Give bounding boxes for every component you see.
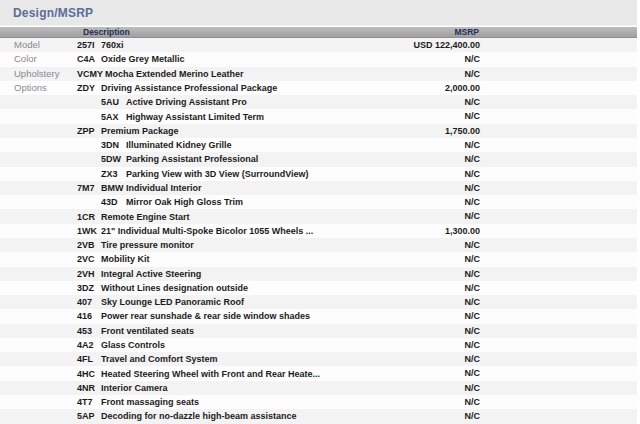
option-code: 416 <box>77 311 101 321</box>
table-row: ZX3Parking View with 3D View (SurroundVi… <box>0 167 637 181</box>
table-row: UpholsteryVCMYMocha Extended Merino Leat… <box>0 67 637 81</box>
option-description: Parking Assistant Professional <box>126 154 258 164</box>
msrp-value: 2,000.00 <box>445 81 480 95</box>
row-description-cell: 4FLTravel and Comfort System <box>77 352 218 366</box>
table-row: 5AUActive Driving Assistant ProN/C <box>0 95 637 109</box>
option-code: 3DN <box>101 140 126 150</box>
option-code: 5AX <box>101 112 126 122</box>
option-code: 43D <box>101 197 126 207</box>
msrp-value: N/C <box>465 338 481 352</box>
msrp-value: N/C <box>465 67 481 81</box>
msrp-value: N/C <box>465 352 481 366</box>
table-row: 4FLTravel and Comfort SystemN/C <box>0 352 637 366</box>
msrp-value: 1,300.00 <box>445 224 480 238</box>
table-row: OptionsZDYDriving Assistance Professiona… <box>0 81 637 95</box>
column-header-msrp: MSRP <box>454 27 479 37</box>
row-description-cell: C4AOxide Grey Metallic <box>77 52 185 66</box>
row-description-cell: 416Power rear sunshade & rear side windo… <box>77 309 310 323</box>
row-description-cell: 2VHIntegral Active Steering <box>77 267 201 281</box>
row-category-label: Color <box>14 52 37 66</box>
msrp-value: N/C <box>465 195 481 209</box>
table-row: 1CRRemote Engine StartN/C <box>0 209 637 223</box>
table-row: 407Sky Lounge LED Panoramic RoofN/C <box>0 295 637 309</box>
option-description: Mocha Extended Merino Leather <box>105 69 244 79</box>
row-description-cell: ZPPPremium Package <box>77 124 179 138</box>
msrp-value: N/C <box>465 295 481 309</box>
option-code: 5DW <box>101 154 126 164</box>
option-code: ZDY <box>77 83 101 93</box>
row-description-cell: 5AUActive Driving Assistant Pro <box>101 95 247 109</box>
option-description: Front massaging seats <box>101 397 199 407</box>
row-description-cell: 4NRInterior Camera <box>77 381 168 395</box>
table-header-row: Description MSRP <box>0 27 637 38</box>
option-code: 2VB <box>77 240 101 250</box>
table-row: 5APDecoding for no-dazzle high-beam assi… <box>0 409 637 423</box>
msrp-value: N/C <box>465 181 481 195</box>
table-row: 4T7Front massaging seatsN/C <box>0 395 637 409</box>
option-description: Interior Camera <box>101 383 168 393</box>
msrp-value: N/C <box>465 324 481 338</box>
row-description-cell: 3DNIlluminated Kidney Grille <box>101 138 232 152</box>
row-description-cell: 5APDecoding for no-dazzle high-beam assi… <box>77 409 297 423</box>
msrp-value: N/C <box>465 109 481 123</box>
option-description: Heated Steering Wheel with Front and Rea… <box>101 369 320 379</box>
row-description-cell: 5AXHighway Assistant Limited Term <box>101 109 264 123</box>
option-code: 4HC <box>77 369 101 379</box>
row-description-cell: 453Front ventilated seats <box>77 324 194 338</box>
msrp-value: N/C <box>465 409 481 423</box>
option-code: 407 <box>77 297 101 307</box>
table-row: 453Front ventilated seatsN/C <box>0 324 637 338</box>
option-code: 453 <box>77 326 101 336</box>
row-description-cell: 43DMirror Oak High Gloss Trim <box>101 195 243 209</box>
row-description-cell: 1CRRemote Engine Start <box>77 209 190 223</box>
option-description: Travel and Comfort System <box>101 354 218 364</box>
option-description: Driving Assistance Professional Package <box>101 83 277 93</box>
msrp-value: USD 122,400.00 <box>413 38 480 52</box>
row-description-cell: 1WK21" Individual Multi-Spoke Bicolor 10… <box>77 224 313 238</box>
option-code: 2VH <box>77 269 101 279</box>
row-category-label: Options <box>14 81 47 95</box>
design-msrp-page: Design/MSRP Description MSRP Model257I76… <box>0 0 640 424</box>
msrp-value: N/C <box>465 167 481 181</box>
option-description: Remote Engine Start <box>101 212 190 222</box>
row-description-cell: 5DWParking Assistant Professional <box>101 152 258 166</box>
msrp-value: N/C <box>465 52 481 66</box>
option-description: Tire pressure monitor <box>101 240 194 250</box>
table-row: 5AXHighway Assistant Limited TermN/C <box>0 109 637 123</box>
option-code: 5AP <box>77 411 101 421</box>
option-description: Active Driving Assistant Pro <box>126 97 247 107</box>
row-description-cell: 407Sky Lounge LED Panoramic Roof <box>77 295 244 309</box>
row-description-cell: 3DZWithout Lines designation outside <box>77 281 248 295</box>
table-row: 7M7BMW Individual InteriorN/C <box>0 181 637 195</box>
option-code: 1CR <box>77 212 101 222</box>
option-code: 4FL <box>77 354 101 364</box>
msrp-value: N/C <box>465 252 481 266</box>
table-row: 43DMirror Oak High Gloss TrimN/C <box>0 195 637 209</box>
table-body: Model257I760xiUSD 122,400.00ColorC4AOxid… <box>0 38 637 424</box>
row-description-cell: 2VCMobility Kit <box>77 252 150 266</box>
msrp-value: N/C <box>465 366 481 380</box>
row-category-label: Upholstery <box>14 67 59 81</box>
table-row: 5DWParking Assistant ProfessionalN/C <box>0 152 637 166</box>
option-description: Integral Active Steering <box>101 269 201 279</box>
column-header-description: Description <box>83 27 130 37</box>
row-description-cell: 257I760xi <box>77 38 124 52</box>
option-description: 760xi <box>101 40 124 50</box>
option-code: C4A <box>77 54 101 64</box>
option-code: 4T7 <box>77 397 101 407</box>
row-description-cell: ZX3Parking View with 3D View (SurroundVi… <box>101 167 309 181</box>
table-row: Model257I760xiUSD 122,400.00 <box>0 38 637 52</box>
option-description: Highway Assistant Limited Term <box>126 112 264 122</box>
row-description-cell: 4T7Front massaging seats <box>77 395 199 409</box>
option-description: Without Lines designation outside <box>101 283 248 293</box>
table-row: 4HCHeated Steering Wheel with Front and … <box>0 366 637 380</box>
option-code: 3DZ <box>77 283 101 293</box>
option-code: 2VC <box>77 254 101 264</box>
option-description: Decoding for no-dazzle high-beam assista… <box>101 411 297 421</box>
table-row: 4A2Glass ControlsN/C <box>0 338 637 352</box>
option-code: 7M7 <box>77 183 101 193</box>
row-description-cell: 2VBTire pressure monitor <box>77 238 194 252</box>
title-bar: Design/MSRP <box>0 0 637 26</box>
table-row: 3DNIlluminated Kidney GrilleN/C <box>0 138 637 152</box>
option-description: Glass Controls <box>101 340 165 350</box>
